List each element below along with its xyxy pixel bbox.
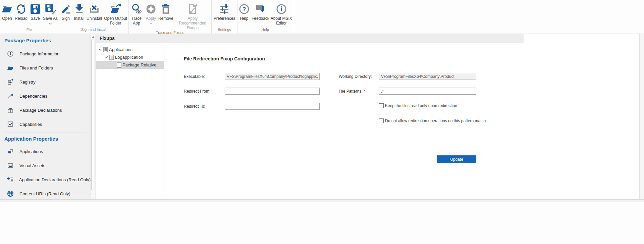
checkbox-label: Keep the files read only upon redirectio… bbox=[385, 103, 457, 108]
ribbon-group-label: File bbox=[0, 28, 59, 34]
button-label: Open bbox=[2, 16, 12, 21]
applications-icon bbox=[7, 148, 14, 155]
open-output-folder-button[interactable]: Open Output Folder bbox=[103, 2, 128, 26]
save-icon bbox=[29, 2, 41, 16]
recommended-fixups-icon bbox=[186, 2, 199, 16]
working-directory-label: Working Directory: bbox=[339, 74, 372, 79]
ribbon-group-sign-and-install: Sign Install Uninstall bbox=[59, 0, 129, 34]
ribbon-toolbar: Open Reload Save bbox=[0, 0, 644, 34]
sidebar-scrollbar[interactable] bbox=[91, 34, 96, 199]
button-label: Preferences bbox=[214, 16, 235, 21]
button-label: Help bbox=[240, 16, 249, 21]
uninstall-button[interactable]: Uninstall bbox=[86, 2, 103, 21]
sign-button[interactable]: Sign bbox=[59, 2, 72, 21]
sidebar-item-label: Package Information bbox=[19, 51, 59, 56]
chevron-down-icon bbox=[49, 22, 52, 25]
help-button[interactable]: ? Help bbox=[237, 2, 251, 21]
button-label: Remove bbox=[158, 16, 173, 21]
main-vertical-scrollbar[interactable] bbox=[639, 34, 644, 199]
sidebar-item-label: Applications bbox=[19, 149, 43, 154]
sidebar-item-files-and-folders[interactable]: Files and Folders bbox=[0, 61, 91, 75]
sign-pencil-icon bbox=[60, 2, 72, 16]
keep-read-only-checkbox[interactable]: Keep the files read only upon redirectio… bbox=[379, 103, 457, 108]
sidebar-item-package-information[interactable]: Package Information bbox=[0, 47, 91, 61]
remove-button[interactable]: Remove bbox=[158, 2, 174, 21]
button-label: Sign bbox=[62, 16, 70, 21]
sidebar-item-application-declarations[interactable]: Application Declarations (Read Only) bbox=[0, 173, 91, 187]
reload-icon bbox=[15, 2, 27, 16]
sidebar-item-label: Dependencies bbox=[19, 94, 47, 99]
trace-app-icon bbox=[130, 2, 143, 16]
sidebar-item-content-uris[interactable]: Content URIs (Read Only) bbox=[0, 187, 91, 199]
file-patterns-label: File Patterns:* bbox=[339, 89, 365, 94]
redirect-to-input[interactable] bbox=[225, 103, 320, 110]
document-node-icon bbox=[103, 47, 109, 52]
sidebar-item-applications[interactable]: Applications bbox=[0, 144, 91, 158]
install-button[interactable]: Install bbox=[72, 2, 86, 21]
scroll-up-icon[interactable] bbox=[92, 36, 95, 38]
update-button[interactable]: Update bbox=[437, 155, 476, 163]
chevron-down-icon[interactable] bbox=[99, 48, 103, 51]
checkbox-box[interactable] bbox=[379, 118, 384, 123]
redirect-from-input[interactable] bbox=[225, 88, 320, 95]
tree-node-label: Package Relative bbox=[122, 62, 156, 67]
no-redirect-operations-checkbox[interactable]: Do not allow redirection operations on t… bbox=[379, 118, 486, 123]
apply-button[interactable]: Apply bbox=[144, 2, 158, 25]
checkbox-label: Do not allow redirection operations on t… bbox=[385, 118, 486, 123]
application-declarations-icon bbox=[7, 176, 14, 183]
sidebar-item-visual-assets[interactable]: Visual Assets bbox=[0, 158, 91, 173]
package-information-icon bbox=[7, 50, 14, 57]
sidebar-item-package-declarations[interactable]: Package Declarations bbox=[0, 103, 91, 117]
feedback-icon bbox=[254, 2, 266, 16]
open-button[interactable]: Open bbox=[0, 2, 14, 21]
svg-text:?: ? bbox=[243, 6, 246, 12]
ribbon-group-file: Open Reload Save bbox=[0, 0, 59, 34]
sidebar-scrollbar-thumb[interactable] bbox=[91, 40, 95, 190]
file-patterns-input[interactable] bbox=[379, 88, 476, 95]
chevron-down-icon[interactable] bbox=[105, 56, 109, 58]
bottom-horizontal-scrollbar[interactable] bbox=[0, 199, 644, 202]
document-node-icon bbox=[117, 62, 122, 68]
sidebar: Package Properties Package Information F… bbox=[0, 34, 91, 199]
preferences-button[interactable]: Preferences bbox=[213, 2, 236, 21]
sidebar-item-dependencies[interactable]: Dependencies bbox=[0, 89, 91, 103]
open-output-folder-icon bbox=[110, 2, 122, 16]
file-patterns-label-text: File Patterns: bbox=[339, 89, 363, 94]
sidebar-item-label: Package Declarations bbox=[19, 108, 62, 113]
apply-recommended-fixups-button[interactable]: Apply Recommended Fixups bbox=[174, 2, 211, 31]
app-window: Open Reload Save bbox=[0, 0, 644, 244]
tree-node-applications[interactable]: Applications bbox=[96, 46, 164, 53]
files-folders-icon bbox=[7, 64, 14, 71]
registry-icon bbox=[7, 78, 14, 86]
sidebar-item-capabilities[interactable]: Capabilities bbox=[0, 117, 91, 131]
executable-input[interactable] bbox=[225, 73, 320, 80]
trace-app-button[interactable]: Trace App bbox=[129, 2, 144, 26]
feedback-button[interactable]: Feedback bbox=[251, 2, 270, 21]
reload-button[interactable]: Reload bbox=[14, 2, 28, 21]
button-label: Apply bbox=[146, 16, 156, 21]
ribbon-group-trace-and-fixups: Trace App Apply Remove bbox=[129, 0, 212, 34]
button-label: About MSIX Editor bbox=[271, 16, 292, 26]
save-button[interactable]: Save bbox=[29, 2, 42, 21]
open-folder-icon bbox=[1, 2, 13, 16]
content-uris-icon bbox=[7, 190, 14, 197]
remove-trash-icon bbox=[160, 2, 172, 16]
about-msix-editor-button[interactable]: About MSIX Editor bbox=[270, 2, 293, 26]
sidebar-item-registry[interactable]: Registry bbox=[0, 75, 91, 89]
save-as-icon bbox=[44, 2, 56, 16]
working-directory-input[interactable] bbox=[379, 73, 476, 80]
button-label: Uninstall bbox=[87, 16, 102, 21]
checkbox-box[interactable] bbox=[379, 103, 384, 108]
ribbon-group-label: Sign and Install bbox=[59, 28, 128, 34]
tree-node-label: Logapplication bbox=[115, 55, 143, 60]
form-title: File Redirection Fixup Configuration bbox=[184, 56, 265, 61]
sidebar-item-label: Capabilities bbox=[19, 122, 42, 127]
button-label: Save As bbox=[43, 16, 58, 21]
tree-node-logapplication[interactable]: Logapplication bbox=[96, 53, 164, 61]
button-label: Install bbox=[74, 16, 84, 21]
sidebar-item-label: Registry bbox=[19, 80, 36, 85]
tree-node-package-relative[interactable]: Package Relative bbox=[96, 61, 164, 69]
ribbon-group-help: ? Help Feedback About MSIX Editor bbox=[237, 0, 293, 34]
uninstall-icon bbox=[88, 2, 100, 16]
save-as-button[interactable]: Save As bbox=[42, 2, 58, 25]
